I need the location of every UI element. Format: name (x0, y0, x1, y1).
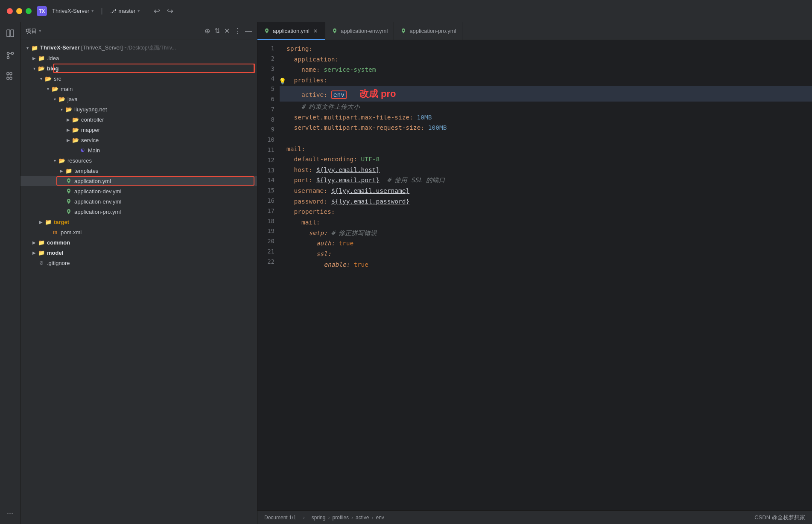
code-line-16: properties: (280, 207, 812, 217)
app-dev-placeholder (58, 188, 65, 195)
app-env-icon (65, 198, 73, 205)
pom-label: pom.xml (61, 229, 82, 236)
svg-point-17 (403, 29, 404, 31)
maximize-button[interactable] (26, 8, 32, 14)
branch-selector[interactable]: ⎇ master ▾ (110, 8, 140, 15)
tab-yml-close-icon[interactable]: ✕ (312, 28, 319, 35)
controller-folder-icon: 📂 (72, 116, 79, 123)
branch-icon: ⎇ (110, 8, 117, 15)
code-line-19: auth: true (280, 238, 812, 249)
root-folder-icon: 📁 (31, 44, 38, 52)
gitignore-icon: ⊘ (38, 259, 45, 267)
main-layout: ··· 项目 ▾ ⊕ ⇅ ✕ ⋮ — ▾ 📁 ThriveX-Serve (0, 22, 812, 524)
tab-application-env-yml[interactable]: application-env.yml (325, 22, 394, 40)
close-button[interactable] (7, 8, 13, 14)
redo-button[interactable]: ↪ (167, 6, 173, 16)
breadcrumb-sep-3: › (371, 515, 373, 521)
tree-item-templates[interactable]: ▶ 📁 templates (20, 166, 257, 176)
app-env-placeholder (58, 198, 65, 205)
tree-item-model[interactable]: ▶ 📁 model (20, 247, 257, 258)
tree-item-idea[interactable]: ▶ 📁 .idea (20, 53, 257, 63)
resources-label: resources (67, 157, 92, 164)
breadcrumb-spring: spring (312, 515, 326, 521)
tab-application-yml[interactable]: application.yml ✕ (257, 22, 325, 40)
java-chevron-icon: ▾ (51, 96, 58, 102)
sidebar-toggle-icon[interactable] (4, 27, 16, 39)
tree-item-blog[interactable]: ▾ 📂 blog (20, 63, 257, 73)
main-folder-icon: 📂 (51, 85, 59, 93)
tree-item-service[interactable]: ▶ 📂 service (20, 135, 257, 145)
tree-item-gitignore[interactable]: ⊘ .gitignore (20, 258, 257, 268)
tree-item-application-env[interactable]: application-env.yml (20, 196, 257, 207)
tree-item-main-class[interactable]: ☯ Main (20, 145, 257, 155)
target-label: target (54, 219, 69, 225)
tree-item-resources[interactable]: ▾ 📂 resources (20, 155, 257, 166)
git-placeholder (31, 259, 38, 266)
tree-item-application-dev[interactable]: application-dev.yml (20, 186, 257, 196)
main-class-label: Main (88, 147, 100, 154)
blog-label: blog (47, 65, 58, 72)
svg-rect-5 (7, 73, 9, 75)
tab-application-pro-yml[interactable]: application-pro.yml (394, 22, 462, 40)
root-label: ThriveX-Server [ThriveX_Server] ~/Deskto… (40, 44, 176, 52)
tree-item-java[interactable]: ▾ 📂 java (20, 94, 257, 104)
tab-yml-label: application.yml (273, 28, 310, 34)
tree-item-application-pro[interactable]: application-pro.yml (20, 207, 257, 217)
code-line-21: enable: true (280, 259, 812, 270)
tree-item-main[interactable]: ▾ 📂 main (20, 84, 257, 94)
service-folder-icon: 📂 (72, 136, 79, 144)
project-name[interactable]: ThriveX-Server ▾ (52, 8, 94, 14)
pom-icon: m (51, 228, 59, 236)
app-env-label: application-env.yml (74, 198, 121, 205)
undo-button[interactable]: ↩ (154, 6, 160, 16)
target-folder-icon: 📁 (44, 218, 52, 226)
svg-rect-1 (11, 30, 14, 37)
app-dev-label: application-dev.yml (74, 188, 121, 195)
tree-item-liuyuyang[interactable]: ▾ 📂 liuyuyang.net (20, 104, 257, 114)
branch-chevron-icon: ▾ (137, 8, 140, 14)
tree-item-mapper[interactable]: ▶ 📂 mapper (20, 125, 257, 135)
svg-point-3 (11, 52, 13, 55)
sidebar-more-icon[interactable]: ⋮ (234, 27, 241, 35)
service-chevron-icon: ▶ (65, 137, 72, 143)
breadcrumb-active: active (356, 515, 369, 521)
tree-item-root[interactable]: ▾ 📁 ThriveX-Server [ThriveX_Server] ~/De… (20, 43, 257, 53)
minimize-button[interactable] (16, 8, 22, 14)
service-label: service (81, 137, 99, 143)
sidebar-title-chevron: ▾ (39, 28, 41, 34)
git-icon[interactable] (4, 49, 16, 61)
code-line-13: port: ${lyy.email.port} # 使用 SSL 的端口 (280, 175, 812, 186)
blog-folder-icon: 📂 (38, 64, 45, 72)
templates-chevron-icon: ▶ (58, 167, 65, 174)
svg-rect-7 (7, 77, 9, 79)
sidebar-tools: ⊕ ⇅ ✕ ⋮ — (204, 27, 252, 35)
pom-placeholder (44, 229, 51, 236)
code-line-1: spring: (280, 44, 812, 54)
editor-content[interactable]: 1 2 3 4 5 6 7 8 9 10 11 12 13 14 15 16 1… (257, 40, 812, 510)
tree-item-controller[interactable]: ▶ 📂 controller (20, 114, 257, 125)
tab-pro-icon (400, 28, 407, 35)
branch-label: master (119, 8, 136, 14)
tree-item-common[interactable]: ▶ 📁 common (20, 237, 257, 247)
tree-item-application-yml[interactable]: application.yml (20, 176, 257, 186)
sidebar-close-icon[interactable]: ✕ (224, 27, 230, 35)
svg-point-16 (334, 29, 336, 31)
project-label: ThriveX-Server (52, 8, 89, 14)
more-icon[interactable]: ··· (4, 507, 16, 519)
tree-item-target[interactable]: ▶ 📁 target (20, 217, 257, 227)
resources-folder-icon: 📂 (58, 157, 66, 164)
blog-chevron-icon: ▾ (31, 65, 38, 72)
structure-icon[interactable] (4, 70, 16, 82)
code-area[interactable]: spring: application: name: service-syste… (280, 40, 812, 510)
tab-yml-icon (263, 28, 270, 35)
app-pro-icon (65, 208, 73, 215)
sidebar-add-icon[interactable]: ⊕ (204, 27, 210, 35)
sidebar-collapse-icon[interactable]: ⇅ (214, 27, 220, 35)
app-yml-icon (65, 177, 73, 185)
code-line-6: # 约束文件上传大小 (280, 102, 812, 112)
tree-item-pom[interactable]: m pom.xml (20, 227, 257, 237)
sidebar-minimize-icon[interactable]: — (245, 27, 252, 35)
app-pro-label: application-pro.yml (74, 209, 121, 215)
tree-item-src[interactable]: ▾ 📂 src (20, 73, 257, 84)
breadcrumb-sep-2: › (351, 515, 353, 521)
